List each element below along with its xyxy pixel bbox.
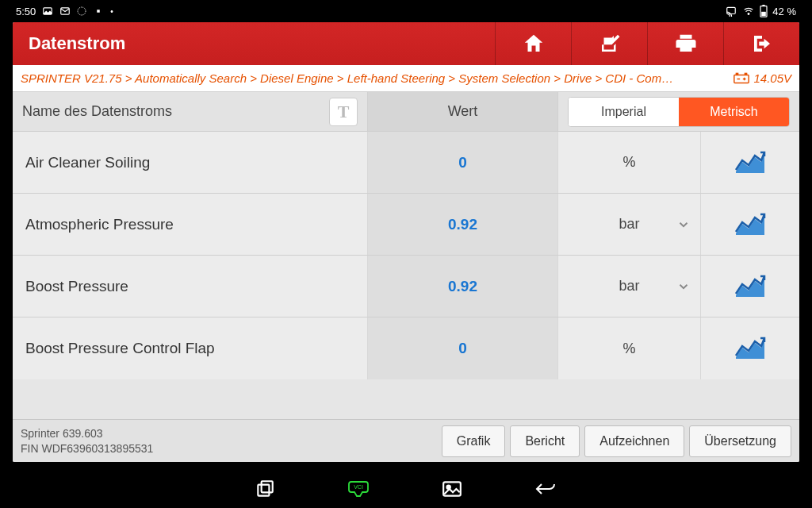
bluetooth-icon — [77, 6, 86, 17]
cast-icon — [725, 6, 737, 17]
footer-bar: Sprinter 639.603 FIN WDF63960313895531 G… — [13, 419, 799, 462]
column-header-row: Name des Datenstroms T Wert Imperial Met… — [13, 92, 799, 132]
screenshot-button[interactable] — [442, 480, 462, 501]
svg-rect-4 — [727, 7, 736, 13]
row-unit: % — [558, 318, 701, 379]
unit-toggle: Imperial Metrisch — [568, 97, 790, 127]
back-button[interactable] — [534, 479, 557, 502]
chevron-down-icon — [676, 279, 691, 294]
unit-imperial-button[interactable]: Imperial — [569, 98, 679, 126]
chart-icon — [734, 213, 766, 237]
chart-icon — [734, 151, 766, 175]
row-graph-button[interactable] — [701, 318, 799, 379]
svg-rect-9 — [734, 75, 749, 83]
text-filter-button[interactable]: T — [329, 98, 358, 126]
print-button[interactable] — [647, 22, 723, 65]
status-time: 5:50 — [16, 6, 36, 17]
row-name[interactable]: Boost Pressure Control Flap — [13, 318, 368, 379]
row-value: 0 — [368, 318, 558, 379]
app-window: Datenstrom SPRINTER V21.75 > Automatical… — [13, 22, 799, 462]
data-row: Boost Pressure Control Flap 0 % — [13, 318, 799, 379]
report-button[interactable]: Bericht — [510, 425, 580, 457]
row-unit: % — [558, 132, 701, 193]
svg-rect-8 — [762, 12, 767, 16]
translate-button[interactable]: Übersetzung — [689, 425, 791, 457]
row-value: 0 — [368, 132, 558, 193]
svg-point-2 — [78, 7, 86, 15]
data-row: Boost Pressure 0.92 bar — [13, 256, 799, 318]
row-graph-button[interactable] — [701, 256, 799, 317]
row-value: 0.92 — [368, 194, 558, 255]
mail-icon — [59, 6, 71, 17]
svg-rect-10 — [736, 72, 739, 75]
svg-rect-11 — [745, 72, 748, 75]
android-nav-bar: VCI — [0, 473, 812, 508]
svg-point-5 — [748, 13, 749, 15]
row-graph-button[interactable] — [701, 194, 799, 255]
graph-button[interactable]: Grafik — [442, 425, 506, 457]
exit-button[interactable] — [723, 22, 799, 65]
row-value: 0.92 — [368, 256, 558, 317]
dot-icon: • — [110, 7, 113, 16]
recent-apps-button[interactable] — [255, 479, 275, 502]
image-icon — [42, 6, 53, 17]
row-name[interactable]: Boost Pressure — [13, 256, 368, 317]
voltage-indicator: 14.05V — [733, 71, 791, 85]
vci-button[interactable]: VCI — [347, 479, 370, 502]
vehicle-info: Sprinter 639.603 FIN WDF63960313895531 — [21, 426, 437, 455]
row-name[interactable]: Atmospheric Pressure — [13, 194, 368, 255]
vehicle-vin: FIN WDF63960313895531 — [21, 441, 437, 456]
edit-button[interactable] — [571, 22, 647, 65]
app-header: Datenstrom — [13, 22, 799, 65]
svg-rect-19 — [258, 485, 269, 496]
row-unit[interactable]: bar — [558, 194, 701, 255]
data-rows: Air Cleaner Soiling 0 % Atmospheric Pres… — [13, 132, 799, 419]
home-button[interactable] — [495, 22, 571, 65]
col-name-label: Name des Datenstroms — [22, 103, 172, 120]
row-name[interactable]: Air Cleaner Soiling — [13, 132, 368, 193]
record-dot-icon — [93, 6, 104, 17]
battery-car-icon — [733, 72, 750, 85]
row-unit[interactable]: bar — [558, 256, 701, 317]
unit-metric-button[interactable]: Metrisch — [679, 98, 789, 126]
record-button[interactable]: Aufzeichnen — [584, 425, 684, 457]
voltage-value: 14.05V — [753, 71, 791, 85]
data-row: Air Cleaner Soiling 0 % — [13, 132, 799, 194]
row-graph-button[interactable] — [701, 132, 799, 193]
android-status-bar: 5:50 • 42 % — [0, 0, 812, 22]
wifi-icon — [742, 6, 755, 17]
page-title: Datenstrom — [29, 33, 125, 54]
svg-text:VCI: VCI — [354, 484, 363, 490]
breadcrumb-bar: SPRINTER V21.75 > Automatically Search >… — [13, 65, 799, 92]
data-row: Atmospheric Pressure 0.92 bar — [13, 194, 799, 256]
svg-rect-22 — [443, 482, 461, 495]
chevron-down-icon — [676, 217, 691, 232]
chart-icon — [734, 337, 766, 360]
vehicle-model: Sprinter 639.603 — [21, 426, 437, 441]
svg-rect-20 — [262, 481, 273, 492]
col-value-label: Wert — [368, 92, 558, 131]
battery-percent: 42 % — [772, 6, 796, 17]
breadcrumb-text[interactable]: SPRINTER V21.75 > Automatically Search >… — [21, 71, 728, 85]
battery-icon — [760, 5, 768, 17]
chart-icon — [734, 275, 766, 298]
svg-rect-3 — [98, 10, 101, 13]
svg-rect-7 — [763, 5, 765, 6]
